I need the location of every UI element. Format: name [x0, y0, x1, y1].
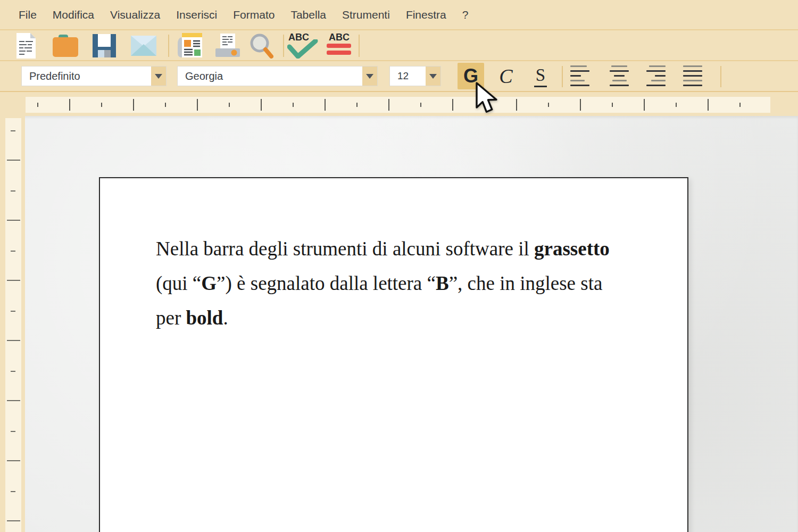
paragraph-style-value: Predefinito — [22, 66, 151, 86]
email-icon — [131, 36, 156, 56]
menu-bar: File Modifica Visualizza Inserisci Forma… — [0, 0, 798, 30]
document-area: Nella barra degli strumenti di alcuni so… — [0, 116, 798, 532]
toolbar-separator — [168, 35, 169, 57]
ruler-row — [0, 92, 798, 116]
align-justify-button[interactable] — [683, 65, 702, 87]
vertical-ruler[interactable] — [5, 118, 21, 532]
save-icon — [93, 34, 116, 57]
formatting-toolbar: Predefinito Georgia 12 G C S — [0, 61, 798, 92]
text-line: (qui “G”) è segnalato dalla lettera “B”,… — [156, 266, 687, 301]
autocorrect-icon: ABC — [323, 33, 353, 59]
paragraph-style-select[interactable]: Predefinito — [21, 66, 167, 86]
text-line: Nella barra degli strumenti di alcuni so… — [156, 231, 687, 266]
menu-item-strumenti[interactable]: Strumenti — [342, 9, 390, 21]
font-name-value: Georgia — [178, 66, 362, 86]
align-right-button[interactable] — [646, 65, 666, 87]
horizontal-ruler[interactable] — [26, 97, 770, 113]
save-button[interactable] — [89, 33, 119, 59]
email-button[interactable] — [129, 33, 159, 59]
menu-item-finestra[interactable]: Finestra — [406, 9, 446, 21]
font-size-value: 12 — [390, 66, 426, 86]
align-left-button[interactable] — [570, 65, 589, 87]
new-document-button[interactable] — [11, 33, 41, 59]
standard-toolbar: ABC ABC — [0, 30, 798, 61]
font-size-select[interactable]: 12 — [389, 66, 441, 86]
print-button[interactable] — [213, 33, 243, 59]
find-button[interactable] — [246, 33, 276, 59]
underline-button[interactable]: S — [527, 63, 554, 89]
toolbar-separator — [283, 35, 284, 57]
menu-item-help[interactable]: ? — [462, 9, 469, 21]
chevron-down-icon[interactable] — [362, 66, 377, 86]
toolbar-separator — [359, 35, 360, 57]
menu-item-inserisci[interactable]: Inserisci — [176, 9, 217, 21]
search-icon — [249, 33, 273, 59]
autocorrect-button[interactable]: ABC — [323, 33, 353, 59]
menu-item-tabella[interactable]: Tabella — [290, 9, 326, 21]
chevron-down-icon[interactable] — [151, 66, 166, 86]
text-line: per bold. — [156, 301, 687, 335]
page-preview-icon — [177, 33, 203, 59]
mouse-cursor — [475, 81, 502, 114]
align-center-button[interactable] — [610, 65, 629, 87]
menu-item-formato[interactable]: Formato — [233, 9, 275, 21]
document-text: Nella barra degli strumenti di alcuni so… — [156, 231, 687, 335]
document-page[interactable]: Nella barra degli strumenti di alcuni so… — [99, 177, 688, 532]
menu-item-modifica[interactable]: Modifica — [53, 9, 94, 21]
menu-item-visualizza[interactable]: Visualizza — [110, 9, 160, 21]
spellcheck-icon: ABC — [286, 33, 316, 59]
menu-item-file[interactable]: File — [19, 9, 37, 21]
font-name-select[interactable]: Georgia — [177, 66, 378, 86]
new-document-icon — [14, 32, 38, 59]
page-preview-button[interactable] — [175, 33, 205, 59]
word-processor-window: File Modifica Visualizza Inserisci Forma… — [0, 0, 798, 532]
print-icon — [215, 34, 240, 58]
toolbar-separator — [720, 66, 721, 87]
toolbar-separator — [562, 66, 563, 87]
open-folder-icon — [53, 35, 78, 57]
chevron-down-icon[interactable] — [426, 66, 440, 86]
spellcheck-button[interactable]: ABC — [286, 33, 316, 59]
open-document-button[interactable] — [51, 33, 80, 59]
